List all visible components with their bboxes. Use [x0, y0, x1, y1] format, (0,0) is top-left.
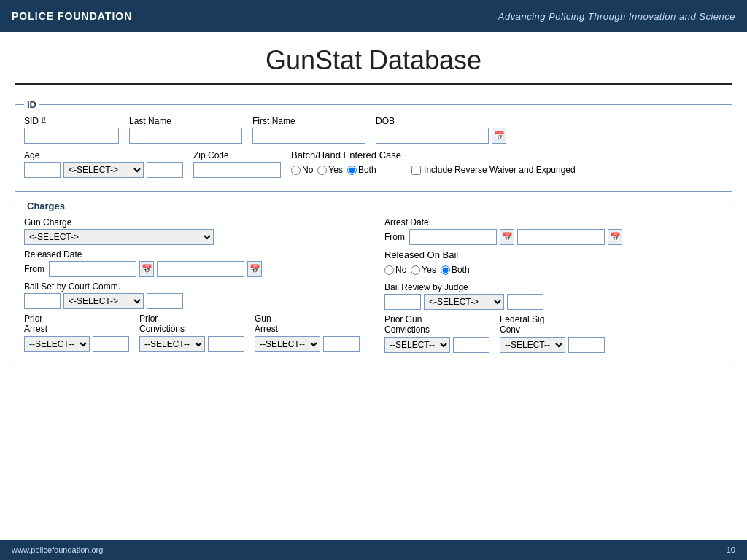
gun-arrest-input[interactable]	[323, 336, 360, 352]
gun-arrest-controls: --SELECT--	[255, 336, 360, 352]
gun-charge-label: Gun Charge	[24, 217, 214, 228]
batch-yes-radio[interactable]	[317, 166, 327, 175]
footer-website: www.policefoundation.org	[12, 545, 103, 554]
id-row-2: Age <-SELECT-> Zip Code Batch/Hand Enter…	[24, 149, 723, 178]
batch-no-option[interactable]: No	[291, 165, 313, 175]
bail-no-option[interactable]: No	[384, 265, 406, 275]
prior-arrest-controls: --SELECT--	[24, 336, 129, 352]
footer: www.policefoundation.org 10	[0, 540, 747, 560]
footer-slide-number: 10	[727, 545, 735, 554]
header: POLICE FOUNDATION Advancing Policing Thr…	[0, 0, 747, 32]
bail-yes-radio[interactable]	[411, 265, 420, 275]
age-from-input[interactable]	[24, 162, 61, 178]
prior-conv-input[interactable]	[208, 336, 244, 352]
bail-yes-option[interactable]: Yes	[411, 265, 436, 275]
released-date-pair: From 📅 📅	[24, 261, 262, 277]
released-from-label: From	[24, 264, 44, 274]
first-name-input[interactable]	[252, 128, 365, 144]
batch-yes-label: Yes	[328, 165, 343, 175]
gun-charge-row: Gun Charge <-SELECT->	[24, 217, 363, 245]
batch-both-option[interactable]: Both	[347, 165, 376, 175]
title-area: GunStat Database	[0, 32, 747, 90]
bail-review-group: Bail Review by Judge <-SELECT->	[384, 282, 543, 310]
first-name-group: First Name	[252, 116, 365, 144]
bail-no-label: No	[395, 265, 406, 275]
bail-review-label: Bail Review by Judge	[384, 282, 543, 292]
bail-review-to-input[interactable]	[507, 294, 543, 310]
main-content: ID SID # Last Name First Name DOB 📅	[0, 90, 747, 540]
id-row-1: SID # Last Name First Name DOB 📅	[24, 116, 723, 144]
arrest-from-label: From	[384, 232, 405, 242]
bail-court-select[interactable]: <-SELECT->	[63, 293, 144, 309]
sid-group: SID #	[24, 116, 119, 144]
gun-arrest-select[interactable]: --SELECT--	[255, 336, 320, 352]
federal-sig-group: Federal SigConv --SELECT--	[500, 314, 605, 353]
age-select[interactable]: <-SELECT->	[63, 162, 144, 178]
bail-no-radio[interactable]	[384, 265, 394, 275]
bail-both-radio[interactable]	[441, 265, 450, 275]
gun-charge-select[interactable]: <-SELECT->	[24, 229, 214, 245]
federal-sig-input[interactable]	[568, 337, 605, 353]
released-from-input[interactable]	[49, 261, 136, 277]
sid-label: SID #	[24, 116, 119, 126]
batch-no-label: No	[302, 165, 313, 175]
gun-arrest-group: GunArrest --SELECT--	[255, 314, 360, 352]
title-divider	[15, 83, 732, 85]
released-from-cal-icon[interactable]: 📅	[139, 261, 154, 277]
released-date-row: Released Date From 📅 📅	[24, 249, 363, 277]
arrest-date-group: Arrest Date From 📅 📅	[384, 217, 622, 245]
prior-row-right: Prior GunConvictions --SELECT-- Federal …	[384, 314, 723, 353]
bail-court-controls: <-SELECT->	[24, 293, 183, 309]
arrest-to-input[interactable]	[517, 229, 605, 245]
arrest-date-row: Arrest Date From 📅 📅	[384, 217, 723, 245]
bail-review-from-input[interactable]	[384, 294, 421, 310]
bail-court-label: Bail Set by Court Comm.	[24, 281, 183, 292]
id-section: ID SID # Last Name First Name DOB 📅	[15, 99, 732, 192]
page-title: GunStat Database	[0, 45, 747, 76]
federal-sig-label: Federal SigConv	[500, 314, 605, 335]
gun-charge-group: Gun Charge <-SELECT->	[24, 217, 214, 245]
prior-conv-select[interactable]: --SELECT--	[139, 336, 205, 352]
arrest-from-input[interactable]	[409, 229, 497, 245]
age-to-input[interactable]	[147, 162, 183, 178]
federal-sig-select[interactable]: --SELECT--	[500, 337, 565, 353]
include-waiver-group: Include Reverse Waiver and Expunged	[411, 162, 576, 178]
prior-gun-conv-group: Prior GunConvictions --SELECT--	[384, 314, 489, 353]
prior-arrest-input[interactable]	[93, 336, 129, 352]
sid-input[interactable]	[24, 128, 119, 144]
released-to-input[interactable]	[157, 261, 244, 277]
bail-options: No Yes Both	[384, 262, 470, 278]
prior-gun-conv-select[interactable]: --SELECT--	[384, 337, 450, 353]
batch-options: No Yes Both	[291, 162, 401, 178]
bail-court-to-input[interactable]	[147, 293, 183, 309]
age-label: Age	[24, 150, 183, 160]
batch-group: Batch/Hand Entered Case No Yes Both	[291, 149, 401, 178]
zip-group: Zip Code	[193, 150, 281, 178]
released-bail-row: Released On Bail No Yes	[384, 249, 723, 278]
bail-review-select[interactable]: <-SELECT->	[424, 294, 504, 310]
batch-no-radio[interactable]	[291, 166, 301, 175]
dob-calendar-icon[interactable]: 📅	[492, 128, 506, 144]
zip-input[interactable]	[193, 162, 281, 178]
last-name-group: Last Name	[129, 116, 242, 144]
last-name-input[interactable]	[129, 128, 242, 144]
batch-both-radio[interactable]	[347, 166, 357, 175]
bail-both-label: Both	[452, 265, 470, 275]
arrest-from-cal-icon[interactable]: 📅	[500, 229, 514, 245]
batch-yes-option[interactable]: Yes	[317, 165, 343, 175]
arrest-to-cal-icon[interactable]: 📅	[608, 229, 622, 245]
bail-court-from-input[interactable]	[24, 293, 61, 309]
released-to-cal-icon[interactable]: 📅	[247, 261, 262, 277]
bail-both-option[interactable]: Both	[441, 265, 470, 275]
released-date-group: Released Date From 📅 📅	[24, 249, 262, 277]
zip-label: Zip Code	[193, 150, 281, 160]
dob-input[interactable]	[376, 128, 489, 144]
prior-gun-conv-input[interactable]	[453, 337, 489, 353]
dob-date-pair: 📅	[376, 128, 506, 144]
charges-left-col: Gun Charge <-SELECT-> Released Date From…	[24, 217, 363, 357]
bail-review-row: Bail Review by Judge <-SELECT->	[384, 282, 723, 310]
prior-arrest-select[interactable]: --SELECT--	[24, 336, 90, 352]
id-legend: ID	[24, 99, 39, 110]
include-waiver-checkbox[interactable]	[411, 166, 421, 175]
prior-gun-conv-controls: --SELECT--	[384, 337, 489, 353]
